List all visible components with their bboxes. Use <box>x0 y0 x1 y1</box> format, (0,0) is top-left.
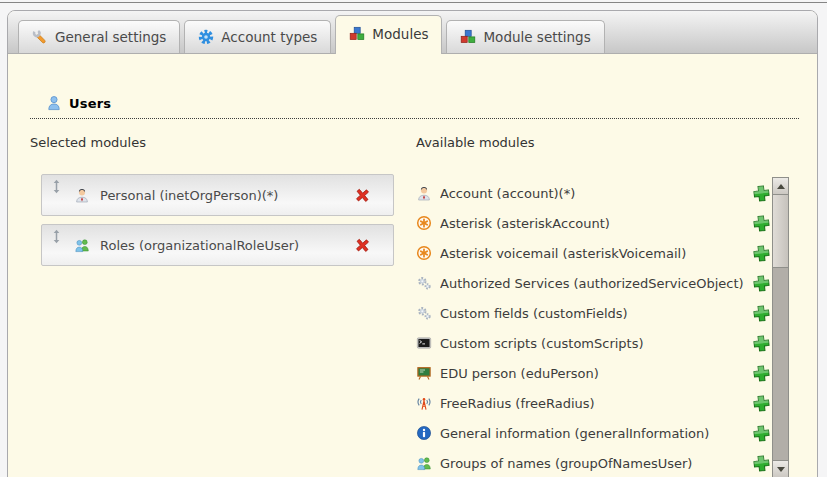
gears-icon <box>416 275 432 291</box>
add-module-button[interactable] <box>753 395 770 412</box>
module-label: FreeRadius (freeRadius) <box>440 396 753 411</box>
module-label: EDU person (eduPerson) <box>440 366 753 381</box>
remove-module-button[interactable] <box>354 187 371 204</box>
add-module-button[interactable] <box>753 275 770 292</box>
group-icon <box>74 237 90 253</box>
section-title: Users <box>69 96 111 111</box>
scrollbar-thumb[interactable] <box>773 195 788 268</box>
page: { "tabs": [ { "label": "General settings… <box>0 0 827 477</box>
config-window: General settingsAccount typesModulesModu… <box>7 10 818 477</box>
remove-module-button[interactable] <box>354 237 371 254</box>
module-label: Personal (inetOrgPerson)(*) <box>100 188 354 203</box>
module-label: Custom scripts (customScripts) <box>440 336 753 351</box>
add-module-button[interactable] <box>753 425 770 442</box>
blocks-icon <box>460 29 476 45</box>
asterisk-icon <box>416 215 432 231</box>
person-icon <box>74 187 90 203</box>
tab-label: Module settings <box>483 29 590 45</box>
gear-icon <box>198 29 214 45</box>
available-module-row: Groups of names (groupOfNamesUser) <box>416 448 770 477</box>
module-label: Custom fields (customFields) <box>440 306 753 321</box>
add-module-button[interactable] <box>753 455 770 472</box>
person-icon <box>416 185 432 201</box>
available-modules-list: Account (account)(*)Asterisk (asteriskAc… <box>416 178 770 477</box>
down-arrow-icon <box>777 467 785 472</box>
section-header-users: Users <box>30 95 799 119</box>
available-module-row: Asterisk voicemail (asteriskVoicemail) <box>416 238 770 268</box>
module-label: Account (account)(*) <box>440 186 753 201</box>
info-icon <box>416 425 432 441</box>
add-module-button[interactable] <box>753 365 770 382</box>
blocks-icon <box>349 26 365 42</box>
available-module-row: Account (account)(*) <box>416 178 770 208</box>
module-label: Groups of names (groupOfNamesUser) <box>440 456 753 471</box>
selected-modules-label: Selected modules <box>30 135 146 150</box>
user-icon <box>46 95 62 111</box>
module-label: Asterisk (asteriskAccount) <box>440 216 753 231</box>
terminal-icon <box>416 335 432 351</box>
scrollbar-up-button[interactable] <box>773 178 788 195</box>
module-label: Asterisk voicemail (asteriskVoicemail) <box>440 246 753 261</box>
scrollbar-track[interactable] <box>773 195 788 460</box>
scrollbar-down-button[interactable] <box>773 460 788 477</box>
chalkboard-icon <box>416 365 432 381</box>
available-modules-scrollbar[interactable] <box>772 177 789 477</box>
add-module-button[interactable] <box>753 215 770 232</box>
available-module-row: Custom fields (customFields) <box>416 298 770 328</box>
asterisk-icon <box>416 245 432 261</box>
drag-handle-icon[interactable] <box>51 179 62 194</box>
group-icon <box>416 455 432 471</box>
tab-bar: General settingsAccount typesModulesModu… <box>8 11 817 54</box>
tab-account-types[interactable]: Account types <box>184 20 331 53</box>
drag-handle-icon[interactable] <box>51 229 62 244</box>
add-module-button[interactable] <box>753 305 770 322</box>
tab-module-settings[interactable]: Module settings <box>446 20 604 53</box>
module-label: General information (generalInformation) <box>440 426 753 441</box>
add-module-button[interactable] <box>753 245 770 262</box>
module-label: Authorized Services (authorizedServiceOb… <box>440 276 753 291</box>
top-divider <box>0 2 827 3</box>
antenna-icon <box>416 395 432 411</box>
available-module-row: FreeRadius (freeRadius) <box>416 388 770 418</box>
selected-modules-list: Personal (inetOrgPerson)(*)Roles (organi… <box>41 174 394 274</box>
available-module-row: EDU person (eduPerson) <box>416 358 770 388</box>
tab-label: Modules <box>372 26 428 42</box>
selected-module-row[interactable]: Personal (inetOrgPerson)(*) <box>41 174 394 216</box>
tab-label: Account types <box>221 29 317 45</box>
tab-general-settings[interactable]: General settings <box>18 20 180 53</box>
available-modules-label: Available modules <box>416 135 534 150</box>
available-module-row: Custom scripts (customScripts) <box>416 328 770 358</box>
available-module-row: Authorized Services (authorizedServiceOb… <box>416 268 770 298</box>
add-module-button[interactable] <box>753 335 770 352</box>
gears-icon <box>416 305 432 321</box>
selected-module-row[interactable]: Roles (organizationalRoleUser) <box>41 224 394 266</box>
tab-modules[interactable]: Modules <box>335 15 442 54</box>
tab-label: General settings <box>55 29 166 45</box>
available-module-row: General information (generalInformation) <box>416 418 770 448</box>
wrench-icon <box>32 29 48 45</box>
available-module-row: Asterisk (asteriskAccount) <box>416 208 770 238</box>
up-arrow-icon <box>777 184 785 189</box>
add-module-button[interactable] <box>753 185 770 202</box>
module-label: Roles (organizationalRoleUser) <box>100 238 354 253</box>
